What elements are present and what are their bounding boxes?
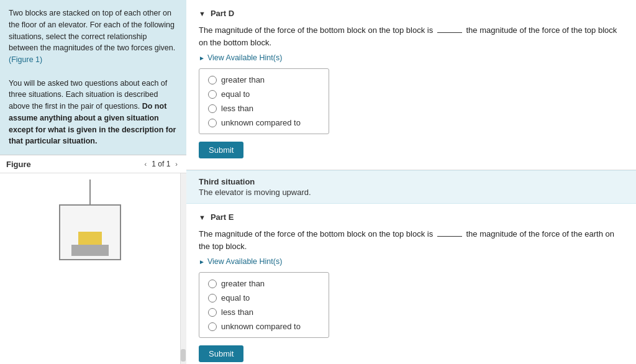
scrollbar-thumb bbox=[181, 349, 186, 362]
part-d-submit-button[interactable]: Submit bbox=[199, 142, 243, 158]
part-d-radio-3[interactable] bbox=[208, 104, 217, 113]
part-d-hint-link[interactable]: ► View Available Hint(s) bbox=[199, 53, 624, 62]
part-d-answer-box: greater than equal to less than unknown … bbox=[199, 68, 329, 134]
top-block bbox=[78, 232, 102, 245]
part-d-radio-2[interactable] bbox=[208, 90, 217, 99]
part-e-question: The magnitude of the force of the bottom… bbox=[199, 228, 624, 252]
part-e-radio-2[interactable] bbox=[208, 294, 217, 303]
part-e-submit-button[interactable]: Submit bbox=[199, 345, 243, 362]
part-e-collapse-arrow[interactable]: ▼ bbox=[199, 214, 206, 221]
elevator-box bbox=[59, 204, 121, 260]
situation-banner: Third situation The elevator is moving u… bbox=[186, 170, 636, 204]
part-d-blank bbox=[437, 32, 462, 33]
part-d-radio-1[interactable] bbox=[208, 76, 217, 84]
left-panel: Two blocks are stacked on top of each ot… bbox=[0, 0, 186, 364]
figure-title: Figure bbox=[6, 160, 142, 169]
problem-text-main: Two blocks are stacked on top of each ot… bbox=[9, 9, 175, 52]
part-e-hint-arrow: ► bbox=[199, 258, 205, 265]
part-d-option-3-label: less than bbox=[221, 104, 253, 113]
situation-desc: The elevator is moving upward. bbox=[199, 188, 624, 197]
elevator-diagram bbox=[59, 180, 121, 260]
part-d-option-1-label: greater than bbox=[221, 75, 265, 84]
figure-canvas bbox=[0, 173, 180, 364]
part-e-option-4-label: unknown compared to bbox=[221, 322, 301, 331]
part-e-option-4[interactable]: unknown compared to bbox=[208, 322, 320, 331]
part-d-option-3[interactable]: less than bbox=[208, 104, 320, 113]
part-e-hint-link[interactable]: ► View Available Hint(s) bbox=[199, 257, 624, 266]
figure-scrollbar[interactable] bbox=[180, 173, 186, 364]
part-d-option-2-label: equal to bbox=[221, 89, 250, 99]
part-e-label: Part E bbox=[211, 212, 234, 222]
figure-prev-arrow[interactable]: ‹ bbox=[142, 159, 150, 169]
figure-next-arrow[interactable]: › bbox=[173, 159, 180, 169]
part-e-hint-label: View Available Hint(s) bbox=[207, 257, 282, 266]
part-d-option-4[interactable]: unknown compared to bbox=[208, 118, 320, 127]
part-d-header: ▼ Part D bbox=[199, 9, 624, 18]
problem-description: Two blocks are stacked on top of each ot… bbox=[0, 0, 186, 155]
rope bbox=[89, 180, 91, 204]
part-d-label: Part D bbox=[211, 9, 234, 18]
part-d-option-2[interactable]: equal to bbox=[208, 89, 320, 99]
bottom-block bbox=[71, 245, 109, 256]
part-e-radio-3[interactable] bbox=[208, 308, 217, 317]
part-e-option-2[interactable]: equal to bbox=[208, 293, 320, 303]
figure-nav: ‹ 1 of 1 › bbox=[142, 159, 180, 169]
part-e-option-1-label: greater than bbox=[221, 279, 265, 288]
figure-link[interactable]: (Figure 1) bbox=[9, 55, 42, 64]
part-d-collapse-arrow[interactable]: ▼ bbox=[199, 10, 206, 17]
figure-page-indicator: 1 of 1 bbox=[152, 160, 170, 168]
part-e-option-3-label: less than bbox=[221, 307, 253, 317]
part-d-option-1[interactable]: greater than bbox=[208, 75, 320, 84]
part-d-radio-4[interactable] bbox=[208, 119, 217, 127]
part-e-radio-4[interactable] bbox=[208, 322, 217, 331]
part-d-hint-label: View Available Hint(s) bbox=[207, 53, 282, 62]
part-e-option-2-label: equal to bbox=[221, 293, 250, 303]
situation-title: Third situation bbox=[199, 177, 624, 186]
part-e-section: ▼ Part E The magnitude of the force of t… bbox=[186, 204, 636, 364]
part-e-radio-1[interactable] bbox=[208, 280, 217, 288]
problem-details-1: You will be asked two questions about ea… bbox=[9, 79, 176, 146]
part-e-option-3[interactable]: less than bbox=[208, 307, 320, 317]
part-d-hint-arrow: ► bbox=[199, 55, 205, 61]
part-e-option-1[interactable]: greater than bbox=[208, 279, 320, 288]
part-e-blank bbox=[437, 236, 462, 237]
figure-header: Figure ‹ 1 of 1 › bbox=[0, 155, 186, 173]
part-e-answer-box: greater than equal to less than unknown … bbox=[199, 272, 329, 338]
part-d-option-4-label: unknown compared to bbox=[221, 118, 301, 127]
part-d-question: The magnitude of the force of the bottom… bbox=[199, 24, 624, 48]
part-e-header: ▼ Part E bbox=[199, 212, 624, 222]
right-panel: ▼ Part D The magnitude of the force of t… bbox=[186, 0, 636, 364]
figure-section: Figure ‹ 1 of 1 › bbox=[0, 155, 186, 364]
part-d-section: ▼ Part D The magnitude of the force of t… bbox=[186, 0, 636, 170]
